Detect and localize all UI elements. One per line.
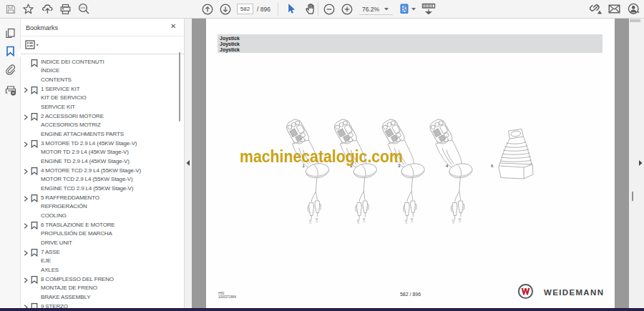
svg-text:6: 6 [491, 164, 494, 168]
svg-text:X-02: X-02 [459, 217, 462, 222]
svg-text:X-02: X-02 [363, 217, 366, 222]
svg-text:X-01: X-01 [357, 219, 360, 224]
svg-text:X-01: X-01 [309, 219, 312, 224]
svg-text:machinecatalogic.com: machinecatalogic.com [240, 147, 403, 166]
svg-text:X-01: X-01 [452, 219, 455, 224]
svg-text:X-01: X-01 [405, 219, 408, 224]
svg-text:X-02: X-02 [411, 217, 414, 222]
svg-text:X-02: X-02 [316, 217, 318, 222]
